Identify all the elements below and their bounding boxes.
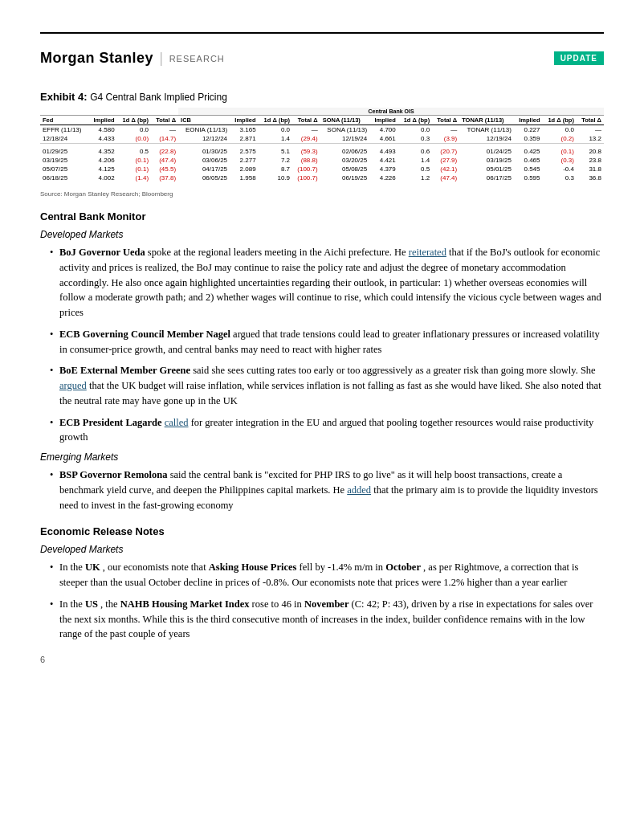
emerging-markets-label: Emerging Markets	[40, 451, 604, 463]
boj-governor-label: BoJ Governor Ueda	[59, 247, 145, 258]
uk-text-after: fell by -1.4% m/m in	[300, 561, 386, 573]
table-row: 03/19/254.206(0.1)(47.4) 03/06/252.2777.…	[40, 156, 604, 165]
us-text-after: rose to 46 in	[252, 598, 304, 610]
table-row: 12/18/244.433(0.0)(14.7) 12/12/242.8711.…	[40, 134, 604, 144]
table-row: 05/07/254.125(0.1)(45.5) 04/17/252.0898.…	[40, 165, 604, 174]
central-bank-monitor-title: Central Bank Monitor	[40, 210, 604, 223]
econ-developed-markets-label: Developed Markets	[40, 544, 604, 555]
col-sona: SONA (11/13)	[320, 116, 370, 125]
emerging-markets-list: BSP Governor Remolona said the central b…	[40, 468, 604, 512]
col-tonar: TONAR (11/13)	[459, 116, 514, 125]
bsp-governor-label: BSP Governor Remolona	[59, 469, 168, 480]
central-bank-monitor-section: Central Bank Monitor Developed Markets B…	[40, 210, 604, 512]
col-tonar-1d: 1d Δ (bp)	[543, 116, 577, 125]
us-text-mid: , the	[100, 598, 120, 610]
boj-text-before: spoke at the regional leaders meeting in…	[148, 247, 409, 258]
list-item: BoJ Governor Ueda spoke at the regional …	[50, 245, 604, 321]
nahb-label: NAHB Housing Market Index	[120, 598, 250, 610]
list-item: ECB Governing Council Member Nagel argue…	[50, 327, 604, 357]
bsp-added-link[interactable]: added	[347, 484, 371, 496]
table-row: 01/29/254.3520.5(22.8) 01/30/252.5755.1(…	[40, 147, 604, 156]
ecb-lagarde-label: ECB President Lagarde	[59, 417, 162, 428]
page-container: Morgan Stanley | RESEARCH UPDATE Exhibit…	[0, 0, 644, 680]
col-fed-1d: 1d Δ (bp)	[117, 116, 151, 125]
boj-reiterated-link[interactable]: reiterated	[409, 247, 446, 258]
uk-text-before: In the	[59, 561, 85, 573]
exhibit-title: Exhibit 4: G4 Central Bank Implied Prici…	[40, 91, 604, 103]
col-tonar-total: Total Δ	[577, 116, 604, 125]
col-fed-total: Total Δ	[151, 116, 178, 125]
november-label: November	[304, 598, 349, 610]
table-group-header: Central Bank OIS	[178, 108, 604, 116]
boe-greene-text-before: said she sees cutting rates too early or…	[193, 365, 596, 376]
exhibit-table-container: Central Bank OIS Fed Implied 1d Δ (bp) T…	[40, 108, 604, 182]
col-tonar-implied: Implied	[514, 116, 543, 125]
header: Morgan Stanley | RESEARCH UPDATE	[40, 50, 604, 67]
source-note: Source: Morgan Stanley Research; Bloombe…	[40, 190, 604, 198]
october-label: October	[385, 561, 421, 573]
col-fed: Fed	[40, 116, 88, 125]
logo-morgan-stanley: Morgan Stanley	[40, 50, 153, 67]
logo-divider: |	[160, 50, 163, 67]
list-item: In the US , the NAHB Housing Market Inde…	[50, 597, 604, 642]
col-sona-1d: 1d Δ (bp)	[398, 116, 432, 125]
exhibit-section: Exhibit 4: G4 Central Bank Implied Prici…	[40, 91, 604, 198]
col-icb-1d: 1d Δ (bp)	[259, 116, 292, 125]
developed-markets-list: BoJ Governor Ueda spoke at the regional …	[40, 245, 604, 445]
developed-markets-label: Developed Markets	[40, 229, 604, 240]
boe-argued-link[interactable]: argued	[59, 380, 87, 391]
page-number: 6	[40, 655, 45, 664]
col-icb-implied: Implied	[230, 116, 259, 125]
table-row: EFFR (11/13)4.5800.0— EONIA (11/13)3.165…	[40, 125, 604, 135]
ecb-called-link[interactable]: called	[165, 417, 189, 428]
update-badge: UPDATE	[554, 51, 604, 65]
logo-research: RESEARCH	[169, 54, 225, 63]
us-text-before: In the	[59, 598, 85, 610]
col-icb-total: Total Δ	[292, 116, 320, 125]
col-icb: ICB	[178, 116, 230, 125]
uk-label: UK	[85, 561, 100, 573]
list-item: BoE External Member Greene said she sees…	[50, 363, 604, 408]
list-item: ECB President Lagarde called for greater…	[50, 415, 604, 446]
table-row: 06/18/254.002(1.4)(37.8) 06/05/251.95810…	[40, 174, 604, 182]
asking-house-prices-label: Asking House Prices	[209, 561, 297, 573]
us-label: US	[85, 598, 98, 610]
col-sona-total: Total Δ	[432, 116, 459, 125]
list-item: BSP Governor Remolona said the central b…	[50, 468, 604, 512]
economic-release-notes-title: Economic Release Notes	[40, 525, 604, 537]
exhibit-table: Central Bank OIS Fed Implied 1d Δ (bp) T…	[40, 108, 604, 182]
economic-release-notes-section: Economic Release Notes Developed Markets…	[40, 525, 604, 642]
col-fed-implied: Implied	[88, 116, 117, 125]
boe-greene-label: BoE External Member Greene	[59, 365, 190, 376]
col-sona-implied: Implied	[369, 116, 398, 125]
econ-developed-markets-list: In the UK , our economists note that Ask…	[40, 560, 604, 642]
uk-text-mid: , our economists note that	[103, 561, 209, 573]
boe-greene-text-after: that the UK budget will raise inflation,…	[59, 380, 601, 406]
ecb-nagel-label: ECB Governing Council Member Nagel	[59, 329, 230, 340]
list-item: In the UK , our economists note that Ask…	[50, 560, 604, 590]
